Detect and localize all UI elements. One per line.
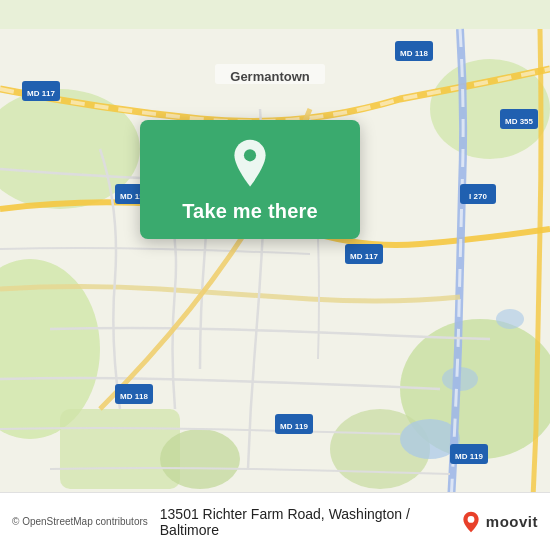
- moovit-pin-icon: [460, 511, 482, 533]
- svg-text:I 270: I 270: [469, 192, 487, 201]
- svg-text:MD 118: MD 118: [400, 49, 429, 58]
- svg-text:MD 119: MD 119: [280, 422, 309, 431]
- map-container: MD 117 MD 117 MD 117 MD 118 MD 118 MD 11…: [0, 0, 550, 550]
- svg-text:MD 117: MD 117: [350, 252, 379, 261]
- svg-text:MD 119: MD 119: [455, 452, 484, 461]
- osm-credit: © OpenStreetMap contributors: [12, 516, 148, 527]
- moovit-logo: moovit: [460, 511, 538, 533]
- svg-text:MD 117: MD 117: [27, 89, 56, 98]
- svg-rect-6: [60, 409, 180, 489]
- moovit-text: moovit: [486, 513, 538, 530]
- svg-text:MD 355: MD 355: [505, 117, 534, 126]
- svg-point-31: [244, 149, 256, 161]
- take-me-there-label: Take me there: [182, 200, 318, 223]
- svg-point-32: [467, 516, 474, 523]
- svg-point-7: [160, 429, 240, 489]
- svg-text:MD 118: MD 118: [120, 392, 149, 401]
- take-me-there-button[interactable]: Take me there: [140, 120, 360, 239]
- address-text: 13501 Richter Farm Road, Washington / Ba…: [160, 506, 452, 538]
- location-pin-icon: [224, 138, 276, 190]
- bottom-bar: © OpenStreetMap contributors 13501 Richt…: [0, 492, 550, 550]
- svg-text:Germantown: Germantown: [230, 69, 310, 84]
- map-background: MD 117 MD 117 MD 117 MD 118 MD 118 MD 11…: [0, 0, 550, 550]
- svg-point-10: [496, 309, 524, 329]
